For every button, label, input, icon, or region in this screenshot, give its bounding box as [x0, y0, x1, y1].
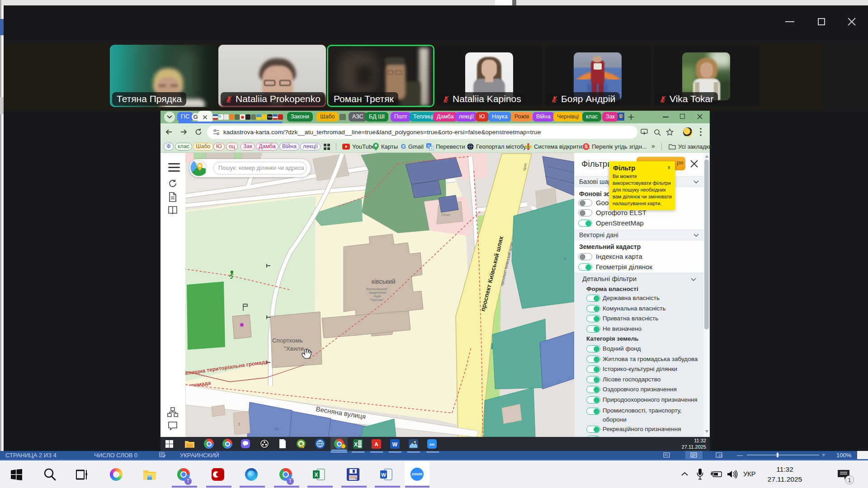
svg-text:академiчний: академiчний	[369, 291, 386, 295]
svg-text:S: S	[585, 144, 588, 149]
svg-text:64: 64	[355, 477, 359, 480]
svg-text:Спорткомь: Спорткомь	[272, 337, 303, 344]
svg-text:W: W	[392, 441, 398, 448]
svg-text:3: 3	[238, 422, 240, 427]
svg-text:"Престиж": "Престиж"	[370, 298, 384, 302]
svg-text:A: A	[375, 441, 378, 447]
svg-text:Василькiвський: Василькiвський	[366, 287, 387, 291]
svg-text:лiцей: лiцей	[373, 295, 381, 298]
svg-text:X: X	[354, 441, 358, 448]
svg-text:X: X	[314, 472, 318, 478]
svg-text:1а: 1а	[274, 427, 278, 431]
svg-text:"Хвиля: "Хвиля	[284, 345, 304, 352]
svg-text:W: W	[381, 472, 386, 478]
svg-text:A: A	[430, 147, 433, 150]
svg-text:Обнят: Обнят	[441, 213, 451, 216]
svg-text:⚜: ⚜	[563, 257, 567, 261]
svg-text:ківський: ківський	[372, 278, 396, 285]
svg-text:zm: zm	[429, 442, 434, 446]
